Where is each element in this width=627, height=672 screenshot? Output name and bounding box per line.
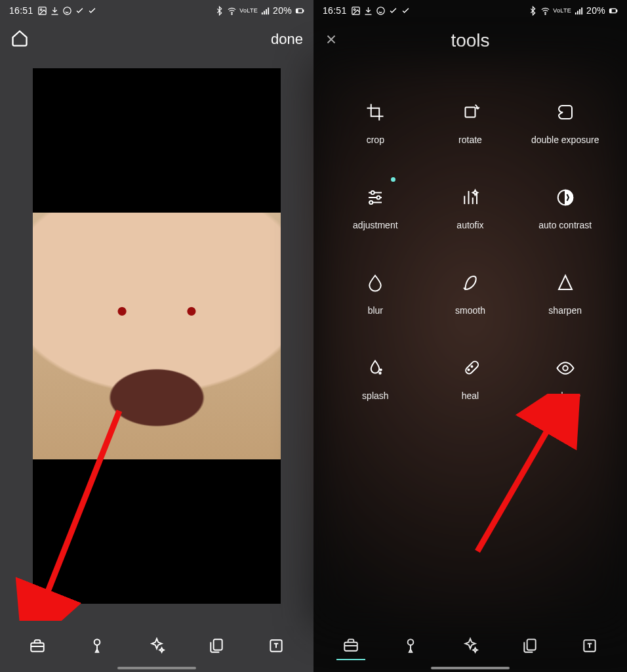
lte-icon: VoLTE: [553, 8, 571, 14]
tools-title: tools: [314, 30, 627, 51]
tools-screen: 16:51 VoLTE 20% tools: [314, 0, 627, 672]
tool-label: heal: [462, 390, 479, 401]
svg-rect-26: [617, 10, 617, 12]
home-icon: [10, 29, 29, 47]
nav-text[interactable]: [262, 631, 291, 660]
svg-rect-41: [527, 639, 535, 650]
gesture-bar: [117, 667, 196, 669]
tool-label: sharpen: [548, 305, 582, 316]
done-button[interactable]: done: [271, 31, 303, 48]
tools-header: tools: [314, 21, 627, 60]
svg-point-35: [468, 369, 469, 371]
svg-rect-21: [577, 10, 578, 14]
svg-rect-25: [610, 9, 611, 12]
nav-tools[interactable]: [336, 631, 365, 660]
check-icon: [75, 6, 85, 16]
tool-double-exposure[interactable]: double exposure: [517, 80, 613, 165]
svg-rect-6: [266, 9, 267, 14]
status-time: 16:51: [323, 5, 347, 16]
photo-frame: [33, 68, 281, 604]
whatsapp-icon: [62, 6, 72, 16]
tool-label: smooth: [455, 305, 485, 316]
check-icon: [388, 6, 398, 16]
wifi-icon: [227, 6, 237, 16]
whatsapp-icon: [376, 6, 386, 16]
battery-icon: [294, 6, 304, 16]
tool-splash[interactable]: splash: [328, 336, 423, 421]
tool-red-eye[interactable]: red eye: [517, 336, 613, 421]
nav-tools[interactable]: [23, 631, 52, 660]
nav-effects[interactable]: [456, 631, 485, 660]
heal-icon: [458, 356, 482, 380]
text-icon: [268, 637, 285, 654]
tool-rotate[interactable]: rotate: [423, 80, 518, 165]
gallery-icon: [37, 6, 47, 16]
svg-point-30: [370, 201, 373, 204]
toolbox-icon: [29, 637, 46, 654]
splash-icon: [363, 356, 387, 380]
gallery-icon: [351, 6, 361, 16]
status-right: VoLTE 20%: [528, 5, 618, 16]
nav-effects[interactable]: [142, 631, 171, 660]
svg-rect-7: [268, 7, 269, 14]
svg-point-17: [354, 9, 355, 10]
brush-icon: [402, 637, 419, 654]
tool-label: autofix: [456, 220, 483, 230]
svg-rect-4: [262, 12, 263, 14]
new-badge: [391, 177, 395, 182]
tool-crop[interactable]: crop: [328, 80, 423, 165]
svg-point-18: [376, 7, 384, 14]
svg-rect-10: [303, 10, 304, 12]
svg-point-2: [63, 7, 70, 14]
sharpen-icon: [554, 271, 577, 295]
home-button[interactable]: [10, 29, 29, 50]
adjustment-icon: [363, 186, 387, 209]
auto-contrast-icon: [554, 186, 577, 209]
tool-heal[interactable]: heal: [423, 336, 518, 421]
photo-canvas[interactable]: [0, 58, 314, 626]
toolbox-icon: [342, 637, 359, 654]
nav-brush[interactable]: [83, 631, 111, 660]
svg-rect-39: [345, 642, 358, 651]
svg-rect-27: [465, 108, 475, 117]
bottom-nav: [314, 626, 627, 672]
tool-label: splash: [362, 390, 388, 401]
tool-label: crop: [367, 135, 384, 145]
nav-text[interactable]: [575, 631, 604, 660]
red-eye-icon: [554, 356, 577, 380]
rotate-icon: [458, 100, 482, 124]
tool-sharpen[interactable]: sharpen: [517, 251, 613, 336]
lte-icon: VoLTE: [239, 8, 258, 14]
check-icon: [401, 6, 411, 16]
tools-body: crop rotate double exposure adjustment a…: [314, 60, 627, 626]
blur-icon: [363, 271, 387, 295]
photo-image: [33, 213, 281, 459]
tool-autofix[interactable]: autofix: [423, 165, 518, 251]
svg-point-13: [94, 639, 100, 645]
tool-label: adjustment: [353, 220, 397, 230]
nav-layers[interactable]: [516, 631, 544, 660]
tool-blur[interactable]: blur: [328, 251, 423, 336]
nav-layers[interactable]: [202, 631, 231, 660]
gesture-bar: [431, 667, 510, 669]
tool-adjustment[interactable]: adjustment: [328, 165, 423, 251]
svg-rect-12: [31, 643, 45, 652]
tool-label: red eye: [550, 390, 580, 401]
copy-icon: [521, 637, 538, 654]
status-left-icons: [37, 6, 97, 16]
tool-label: rotate: [458, 135, 482, 145]
sparkle-icon: [148, 637, 165, 654]
autofix-icon: [458, 186, 482, 209]
svg-point-19: [545, 13, 546, 14]
signal-icon: [260, 6, 270, 16]
status-left: 16:51: [9, 5, 97, 16]
svg-point-28: [371, 191, 374, 194]
tool-auto-contrast[interactable]: auto contrast: [517, 165, 613, 251]
status-left: 16:51: [323, 5, 411, 16]
svg-rect-23: [581, 7, 582, 14]
editor-screen: 16:51 VoLTE 20% done: [0, 0, 314, 672]
svg-point-36: [471, 366, 472, 368]
nav-brush[interactable]: [396, 631, 425, 660]
tool-smooth[interactable]: smooth: [423, 251, 518, 336]
svg-rect-14: [213, 639, 222, 650]
